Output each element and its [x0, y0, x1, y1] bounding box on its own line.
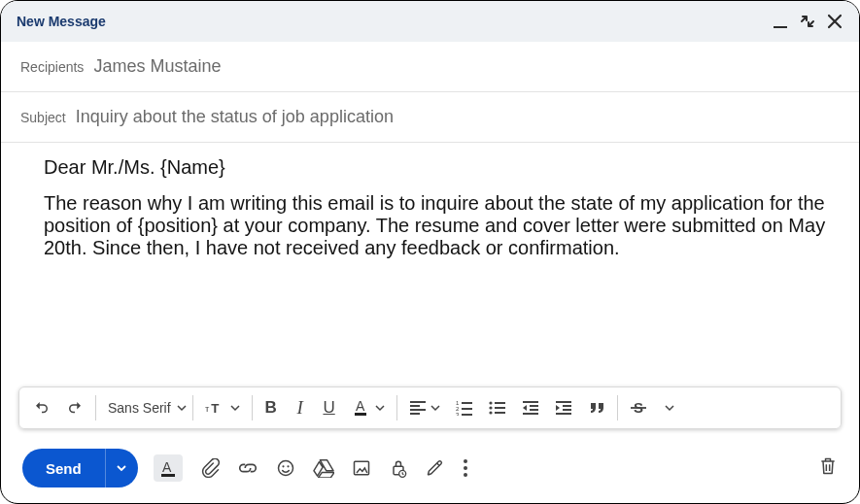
italic-button[interactable]: I	[286, 390, 315, 425]
minimize-icon[interactable]	[772, 13, 789, 30]
format-toolbar: Sans Serif тT B I U A 123	[18, 386, 842, 429]
svg-point-8	[489, 401, 492, 404]
quote-button[interactable]	[580, 390, 613, 425]
insert-link-button[interactable]	[237, 458, 258, 478]
body-greeting: Dear Mr./Ms. {Name}	[44, 156, 840, 179]
more-options-button[interactable]	[463, 458, 468, 478]
titlebar: New Message	[1, 1, 859, 42]
window-title: New Message	[17, 14, 106, 29]
strikethrough-button[interactable]: S	[622, 390, 655, 425]
compose-body[interactable]: Dear Mr./Ms. {Name} The reason why I am …	[1, 143, 859, 386]
chevron-down-icon	[375, 398, 385, 418]
svg-rect-14	[161, 474, 175, 477]
svg-point-9	[489, 406, 492, 409]
send-button[interactable]: Send	[22, 449, 105, 487]
chevron-down-icon	[177, 400, 187, 416]
svg-point-22	[464, 466, 467, 470]
chevron-down-icon	[430, 398, 440, 418]
send-options-button[interactable]	[105, 449, 138, 487]
attach-file-button[interactable]	[200, 458, 220, 478]
align-button[interactable]	[401, 390, 448, 425]
recipients-label: Recipients	[20, 59, 84, 75]
svg-text:A: A	[162, 459, 172, 475]
subject-row[interactable]: Subject Inquiry about the status of job …	[1, 92, 859, 143]
font-family-dropdown[interactable]: Sans Serif	[100, 400, 189, 416]
redo-button[interactable]	[58, 390, 91, 425]
recipients-row[interactable]: Recipients James Mustaine	[1, 42, 859, 92]
more-formatting-button[interactable]	[655, 390, 684, 425]
svg-point-16	[282, 465, 284, 467]
svg-text:T: T	[211, 401, 219, 416]
svg-text:A: A	[356, 398, 365, 414]
toolbar-separator	[192, 395, 193, 420]
subject-label: Subject	[20, 110, 66, 125]
svg-point-15	[278, 461, 292, 476]
subject-value: Inquiry about the status of job applicat…	[76, 107, 394, 127]
confidential-mode-button[interactable]	[389, 457, 408, 479]
svg-rect-4	[355, 413, 366, 416]
toolbar-separator	[95, 395, 96, 420]
toolbar-separator	[617, 395, 618, 420]
svg-point-21	[464, 459, 467, 463]
insert-photo-button[interactable]	[352, 458, 371, 478]
underline-button[interactable]: U	[315, 390, 344, 425]
compose-window: New Message Recipients James Mustaine Su…	[0, 0, 860, 504]
svg-point-10	[489, 411, 492, 414]
send-button-group: Send	[22, 449, 138, 487]
svg-point-23	[464, 473, 467, 477]
insert-drive-button[interactable]	[313, 458, 334, 478]
text-color-button[interactable]: A	[344, 390, 393, 425]
undo-button[interactable]	[25, 390, 58, 425]
compose-actions: A	[154, 454, 468, 482]
font-family-label: Sans Serif	[108, 400, 171, 416]
toolbar-separator	[396, 395, 397, 420]
restore-icon[interactable]	[799, 13, 816, 30]
discard-draft-button[interactable]	[818, 455, 838, 481]
close-icon[interactable]	[826, 13, 843, 30]
insert-signature-button[interactable]	[426, 458, 445, 478]
indent-less-button[interactable]	[514, 390, 547, 425]
chevron-down-icon	[665, 398, 674, 418]
body-paragraph: The reason why I am writing this email i…	[44, 192, 840, 259]
numbered-list-button[interactable]: 123	[448, 390, 481, 425]
recipients-value: James Mustaine	[93, 56, 221, 77]
font-size-dropdown[interactable]: тT	[197, 390, 248, 425]
chevron-down-icon	[230, 398, 240, 418]
indent-more-button[interactable]	[547, 390, 580, 425]
bulleted-list-button[interactable]	[481, 390, 514, 425]
action-bar: Send A	[1, 441, 859, 503]
svg-text:3: 3	[456, 412, 460, 416]
formatting-options-button[interactable]: A	[154, 454, 183, 482]
titlebar-controls	[772, 13, 843, 30]
toolbar-separator	[252, 395, 253, 420]
svg-point-17	[287, 465, 289, 467]
insert-emoji-button[interactable]	[276, 458, 295, 478]
bold-button[interactable]: B	[257, 390, 286, 425]
svg-text:т: т	[205, 403, 210, 414]
